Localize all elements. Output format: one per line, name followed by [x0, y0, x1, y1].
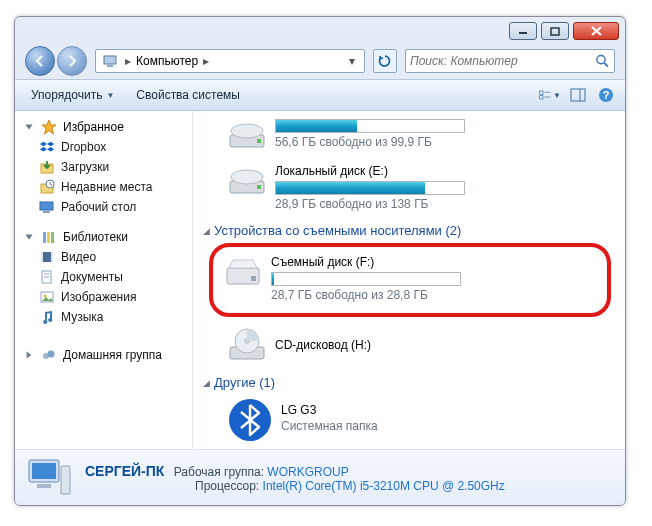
sidebar-item-label: Музыка — [61, 310, 103, 324]
refresh-button[interactable] — [373, 49, 397, 73]
drive-item-h[interactable]: CD-дисковод (H:) — [197, 323, 617, 369]
sidebar-item-recent[interactable]: Недавние места — [21, 177, 188, 197]
sidebar-item-label: Рабочий стол — [61, 200, 136, 214]
close-button[interactable] — [573, 22, 619, 40]
workgroup-label: Рабочая группа: — [174, 465, 264, 479]
svg-rect-39 — [251, 276, 256, 281]
section-other[interactable]: ◢ Другие (1) — [197, 369, 617, 393]
address-bar[interactable]: ▸ Компьютер ▸ ▾ — [95, 49, 365, 73]
system-properties-button[interactable]: Свойства системы — [128, 85, 248, 105]
device-subtitle: Системная папка — [281, 419, 617, 433]
maximize-button[interactable] — [541, 22, 569, 40]
computer-large-icon — [25, 456, 73, 500]
svg-rect-17 — [40, 202, 53, 210]
section-label: Другие (1) — [214, 375, 275, 390]
sidebar-item-label: Видео — [61, 250, 96, 264]
computer-icon — [102, 53, 118, 69]
dropbox-icon — [39, 139, 55, 155]
chevron-right-icon: ▸ — [200, 54, 212, 68]
svg-rect-6 — [540, 91, 543, 94]
sidebar-item-video[interactable]: Видео — [21, 247, 188, 267]
chevron-right-icon: ▸ — [122, 54, 134, 68]
drive-item-e[interactable]: Локальный диск (E:) 28,9 ГБ свободно из … — [197, 159, 617, 217]
svg-rect-36 — [257, 185, 261, 189]
svg-rect-24 — [51, 252, 53, 262]
cd-drive-icon — [227, 327, 267, 363]
removable-disk-icon — [223, 254, 263, 290]
drive-capacity-text: 28,9 ГБ свободно из 138 ГБ — [275, 196, 617, 211]
address-dropdown[interactable]: ▾ — [342, 54, 362, 68]
section-removable[interactable]: ◢ Устройства со съемными носителями (2) — [197, 217, 617, 241]
sidebar-item-dropbox[interactable]: Dropbox — [21, 137, 188, 157]
preview-pane-button[interactable] — [567, 84, 589, 106]
sidebar-item-desktop[interactable]: Рабочий стол — [21, 197, 188, 217]
recent-icon — [39, 179, 55, 195]
sidebar-item-documents[interactable]: Документы — [21, 267, 188, 287]
cpu-label: Процессор: — [195, 479, 259, 493]
libraries-header[interactable]: Библиотеки — [21, 227, 188, 247]
favorites-header[interactable]: Избранное — [21, 117, 188, 137]
sidebar-item-images[interactable]: Изображения — [21, 287, 188, 307]
documents-icon — [39, 269, 55, 285]
expand-icon — [23, 349, 35, 361]
view-options-button[interactable]: ▼ — [539, 84, 561, 106]
svg-rect-1 — [551, 28, 559, 35]
capacity-bar — [271, 272, 461, 286]
titlebar — [15, 17, 625, 45]
homegroup-icon — [41, 347, 57, 363]
svg-rect-3 — [107, 65, 113, 67]
svg-rect-33 — [257, 139, 261, 143]
sidebar-item-music[interactable]: Музыка — [21, 307, 188, 327]
music-icon — [39, 309, 55, 325]
sidebar-item-label: Dropbox — [61, 140, 106, 154]
section-label: Устройства со съемными носителями (2) — [214, 223, 461, 238]
workgroup-value: WORKGROUP — [267, 465, 348, 479]
svg-rect-23 — [41, 252, 43, 262]
desktop-icon — [39, 199, 55, 215]
svg-line-5 — [604, 63, 608, 67]
drive-capacity-text: 56,6 ГБ свободно из 99,9 ГБ — [275, 134, 617, 149]
address-row: ▸ Компьютер ▸ ▾ — [15, 45, 625, 79]
search-input[interactable] — [410, 54, 595, 68]
minimize-button[interactable] — [509, 22, 537, 40]
svg-text:?: ? — [603, 89, 610, 101]
homegroup-header[interactable]: Домашняя группа — [21, 345, 188, 365]
drive-item-partial[interactable]: 56,6 ГБ свободно из 99,9 ГБ — [197, 117, 617, 159]
drive-name: Съемный диск (F:) — [271, 255, 601, 271]
device-name: LG G3 — [281, 403, 617, 419]
details-pane: СЕРГЕЙ-ПК Рабочая группа: WORKGROUP Проц… — [15, 449, 625, 505]
svg-rect-47 — [61, 466, 70, 494]
help-button[interactable]: ? — [595, 84, 617, 106]
device-item-lg[interactable]: LG G3 Системная папка — [197, 393, 617, 449]
chevron-down-icon: ▼ — [553, 91, 561, 100]
back-button[interactable] — [25, 46, 55, 76]
video-icon — [39, 249, 55, 265]
organize-label: Упорядочить — [31, 88, 102, 102]
svg-point-4 — [597, 55, 605, 63]
svg-rect-45 — [32, 463, 56, 479]
collapse-icon — [23, 121, 35, 133]
content-pane: 56,6 ГБ свободно из 99,9 ГБ Локальный ди… — [193, 111, 625, 449]
capacity-bar — [275, 181, 465, 195]
drive-item-f[interactable]: Съемный диск (F:) 28,7 ГБ свободно из 28… — [215, 250, 601, 308]
highlighted-item: Съемный диск (F:) 28,7 ГБ свободно из 28… — [209, 243, 611, 317]
collapse-icon: ◢ — [203, 378, 210, 388]
svg-rect-10 — [571, 89, 585, 101]
forward-button[interactable] — [57, 46, 87, 76]
sidebar-item-label: Недавние места — [61, 180, 152, 194]
svg-point-31 — [48, 351, 55, 358]
homegroup-label: Домашняя группа — [63, 348, 162, 362]
drive-name: CD-дисковод (H:) — [275, 328, 617, 354]
star-icon — [41, 119, 57, 135]
sidebar-item-downloads[interactable]: Загрузки — [21, 157, 188, 177]
search-box[interactable] — [405, 49, 615, 73]
images-icon — [39, 289, 55, 305]
breadcrumb-computer[interactable]: Компьютер — [134, 54, 200, 68]
drive-name: Локальный диск (E:) — [275, 164, 617, 180]
chevron-down-icon: ▼ — [106, 91, 114, 100]
sidebar-item-label: Загрузки — [61, 160, 109, 174]
organize-menu[interactable]: Упорядочить ▼ — [23, 85, 122, 105]
capacity-bar — [275, 119, 465, 133]
hdd-icon — [227, 117, 267, 153]
cpu-value: Intel(R) Core(TM) i5-3210M CPU @ 2.50GHz — [263, 479, 505, 493]
